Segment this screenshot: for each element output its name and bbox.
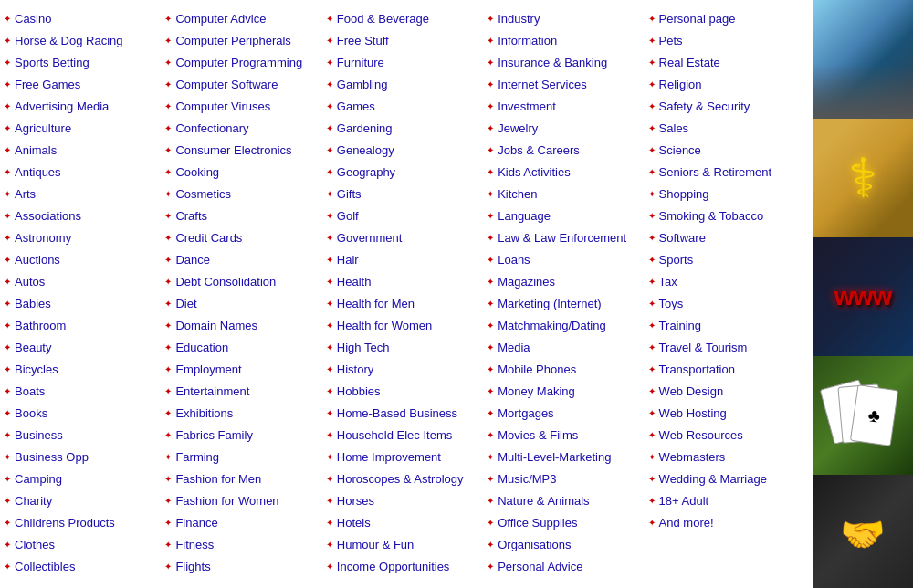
category-link[interactable]: Advertising Media <box>15 100 109 113</box>
category-link[interactable]: Business Opp <box>15 450 89 464</box>
category-link[interactable]: Computer Software <box>175 78 278 91</box>
category-link[interactable]: Web Resources <box>659 428 743 442</box>
category-link[interactable]: Fashion for Men <box>175 472 261 486</box>
category-link[interactable]: Industry <box>498 12 540 26</box>
category-link[interactable]: Gambling <box>337 78 388 91</box>
category-link[interactable]: Loans <box>498 253 530 267</box>
category-link[interactable]: Computer Advice <box>175 12 266 26</box>
category-link[interactable]: Beauty <box>15 341 51 354</box>
category-link[interactable]: Internet Services <box>498 78 587 91</box>
category-link[interactable]: Organisations <box>498 538 571 551</box>
category-link[interactable]: Arts <box>15 187 36 201</box>
category-link[interactable]: Government <box>337 231 403 245</box>
category-link[interactable]: Gifts <box>337 187 362 201</box>
category-link[interactable]: 18+ Adult <box>659 494 709 508</box>
category-link[interactable]: Free Stuff <box>337 34 389 47</box>
category-link[interactable]: Hair <box>337 253 359 267</box>
category-link[interactable]: Games <box>337 100 375 113</box>
category-link[interactable]: Consumer Electronics <box>175 143 291 157</box>
category-link[interactable]: Flights <box>175 560 210 573</box>
category-link[interactable]: Tax <box>659 275 677 289</box>
category-link[interactable]: Animals <box>15 143 57 157</box>
category-link[interactable]: Humour & Fun <box>337 538 415 551</box>
category-link[interactable]: Casino <box>15 12 51 26</box>
category-link[interactable]: Charity <box>15 494 52 508</box>
category-link[interactable]: Language <box>498 209 551 223</box>
category-link[interactable]: Magazines <box>498 275 555 289</box>
category-link[interactable]: Jewelry <box>498 121 538 135</box>
category-link[interactable]: History <box>337 362 373 376</box>
category-link[interactable]: Personal page <box>659 12 736 26</box>
category-link[interactable]: Agriculture <box>15 121 71 135</box>
category-link[interactable]: Sports Betting <box>15 56 89 69</box>
category-link[interactable]: Movies & Films <box>498 428 578 442</box>
category-link[interactable]: Camping <box>15 472 62 486</box>
category-link[interactable]: Cooking <box>175 165 219 179</box>
category-link[interactable]: Kitchen <box>498 187 537 201</box>
category-link[interactable]: Entertainment <box>175 384 249 398</box>
category-link[interactable]: Law & Law Enforcement <box>498 231 626 245</box>
category-link[interactable]: Exhibitions <box>175 406 233 420</box>
category-link[interactable]: Crafts <box>175 209 207 223</box>
category-link[interactable]: Horoscopes & Astrology <box>337 472 464 486</box>
category-link[interactable]: Media <box>498 341 530 354</box>
category-link[interactable]: Collectibles <box>15 560 75 573</box>
category-link[interactable]: Diet <box>175 297 196 310</box>
category-link[interactable]: Boats <box>15 384 45 398</box>
category-link[interactable]: Marketing (Internet) <box>498 297 601 310</box>
category-link[interactable]: Information <box>498 34 557 47</box>
category-link[interactable]: Seniors & Retirement <box>659 165 772 179</box>
category-link[interactable]: Mortgages <box>498 406 553 420</box>
category-link[interactable]: Webmasters <box>659 450 726 464</box>
category-link[interactable]: Employment <box>175 362 241 376</box>
category-link[interactable]: Personal Advice <box>498 560 582 573</box>
category-link[interactable]: Education <box>175 341 228 354</box>
category-link[interactable]: Fashion for Women <box>175 494 278 508</box>
category-link[interactable]: Science <box>659 143 701 157</box>
category-link[interactable]: Insurance & Banking <box>498 56 607 69</box>
category-link[interactable]: Babies <box>15 297 51 310</box>
category-link[interactable]: Debt Consolidation <box>175 275 276 289</box>
category-link[interactable]: Multi-Level-Marketing <box>498 450 611 464</box>
category-link[interactable]: Health <box>337 275 372 289</box>
category-link[interactable]: Sales <box>659 121 689 135</box>
category-link[interactable]: Childrens Products <box>15 516 115 530</box>
category-link[interactable]: Web Hosting <box>659 406 727 420</box>
category-link[interactable]: Money Making <box>498 384 575 398</box>
category-link[interactable]: Confectionary <box>175 121 248 135</box>
category-link[interactable]: Sports <box>659 253 694 267</box>
category-link[interactable]: Hobbies <box>337 384 381 398</box>
category-link[interactable]: Credit Cards <box>175 231 242 245</box>
category-link[interactable]: Furniture <box>337 56 384 69</box>
category-link[interactable]: Office Supplies <box>498 516 577 530</box>
category-link[interactable]: Horses <box>337 494 374 508</box>
category-link[interactable]: Hotels <box>337 516 371 530</box>
category-link[interactable]: Astronomy <box>15 231 71 245</box>
category-link[interactable]: Domain Names <box>175 319 257 332</box>
category-link[interactable]: And more! <box>659 516 714 530</box>
category-link[interactable]: Software <box>659 231 706 245</box>
category-link[interactable]: Books <box>15 406 47 420</box>
category-link[interactable]: Health for Women <box>337 319 433 332</box>
category-link[interactable]: Horse & Dog Racing <box>15 34 123 47</box>
category-link[interactable]: Genealogy <box>337 143 394 157</box>
category-link[interactable]: Nature & Animals <box>498 494 589 508</box>
category-link[interactable]: Finance <box>175 516 217 530</box>
category-link[interactable]: Training <box>659 319 701 332</box>
category-link[interactable]: Wedding & Marriage <box>659 472 767 486</box>
category-link[interactable]: Shopping <box>659 187 709 201</box>
category-link[interactable]: Bathroom <box>15 319 66 332</box>
category-link[interactable]: Dance <box>175 253 210 267</box>
category-link[interactable]: Home-Based Business <box>337 406 457 420</box>
category-link[interactable]: Income Opportunities <box>337 560 450 573</box>
category-link[interactable]: Jobs & Careers <box>498 143 580 157</box>
category-link[interactable]: Farming <box>175 450 219 464</box>
category-link[interactable]: Computer Viruses <box>175 100 270 113</box>
category-link[interactable]: High Tech <box>337 341 390 354</box>
category-link[interactable]: Business <box>15 428 63 442</box>
category-link[interactable]: Travel & Tourism <box>659 341 748 354</box>
category-link[interactable]: Religion <box>659 78 702 91</box>
category-link[interactable]: Investment <box>498 100 556 113</box>
category-link[interactable]: Web Design <box>659 384 724 398</box>
category-link[interactable]: Matchmaking/Dating <box>498 319 606 332</box>
